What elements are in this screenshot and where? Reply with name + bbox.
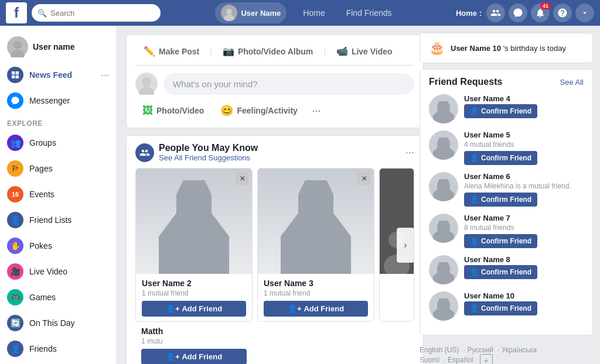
news-feed-options[interactable]: ··· <box>101 69 110 81</box>
make-post-tab[interactable]: ✏️ Make Post <box>135 42 207 60</box>
photo-video-action-icon: 🖼 <box>142 105 153 117</box>
sidebar-item-pokes[interactable]: ✋ Pokes <box>0 233 117 259</box>
pymk-title: People You May Know <box>159 143 258 153</box>
pymk-card-2-info: Matth 1 mutu 👤+ Add Friend <box>135 322 253 364</box>
fr-silhouette-5 <box>433 298 454 321</box>
nav-find-friends-link[interactable]: Find Friends <box>342 6 397 20</box>
sidebar-user-avatar <box>7 36 28 57</box>
fr-name-3: User Name 7 <box>464 214 584 222</box>
fr-name-4: User Name 8 <box>464 255 584 264</box>
sidebar-item-create-frame[interactable]: 🖼 Create a Frame <box>0 362 117 364</box>
fr-name-2: User Name 6 <box>464 172 584 181</box>
pymk-silhouette-bg-1 <box>258 169 374 274</box>
footer-suomi[interactable]: Suomi <box>420 356 439 364</box>
pymk-title-row: People You May Know See All Friend Sugge… <box>135 143 258 162</box>
fr-info-2: User Name 6 Alena Milekhina is a mutual … <box>464 172 584 207</box>
fr-avatar-1 <box>429 131 458 160</box>
sidebar-item-groups[interactable]: 👥 Groups <box>0 130 117 156</box>
post-input[interactable]: What's on your mind? <box>163 73 414 95</box>
footer-espanol[interactable]: Español <box>448 356 473 364</box>
pymk-silhouette-bg-0 <box>136 169 252 274</box>
messenger-icon[interactable] <box>509 4 527 22</box>
pymk-header: People You May Know See All Friend Sugge… <box>135 143 414 162</box>
fr-confirm-btn-1[interactable]: 👤 Confirm Friend <box>464 151 537 165</box>
confirm-icon-5: 👤 <box>470 304 479 313</box>
nav-user-chip[interactable]: User Name <box>215 2 287 23</box>
fr-item-0: User Name 4 👤 Confirm Friend <box>429 94 584 123</box>
pymk-close-1[interactable]: ✕ <box>357 172 370 185</box>
sidebar-item-pages[interactable]: 🏳 Pages <box>0 156 117 181</box>
make-post-icon: ✏️ <box>144 46 155 57</box>
fb-logo[interactable]: f <box>6 2 27 23</box>
pymk-cards: ✕ User Name 2 1 mutual friend 👤+ Add Fri… <box>135 168 414 322</box>
sidebar-item-messenger[interactable]: Messenger <box>0 88 117 114</box>
footer-russian[interactable]: Русский <box>467 346 493 354</box>
pymk-icon <box>135 143 154 162</box>
photo-video-btn[interactable]: 🖼 Photo/Video <box>135 101 211 121</box>
fr-confirm-btn-5[interactable]: 👤 Confirm Friend <box>464 301 537 315</box>
sidebar-item-friend-lists[interactable]: 👤 Friend Lists <box>0 207 117 233</box>
groups-icon: 👥 <box>7 135 23 151</box>
search-input[interactable] <box>50 9 155 18</box>
nav-center: User Name Home Find Friends <box>161 2 451 23</box>
pymk-card-img-0: ✕ <box>136 169 252 274</box>
fr-item-2: User Name 6 Alena Milekhina is a mutual … <box>429 172 584 207</box>
pymk-add-btn-2[interactable]: 👤+ Add Friend <box>141 349 247 364</box>
fr-confirm-btn-0[interactable]: 👤 Confirm Friend <box>464 104 537 118</box>
add-language-btn[interactable]: + <box>480 354 493 364</box>
help-icon[interactable] <box>553 4 572 22</box>
top-nav: f 🔍 User Name Home Find Friends Home : 4… <box>0 0 600 26</box>
pymk-nav-next[interactable]: › <box>397 228 414 263</box>
fr-see-all[interactable]: See All <box>560 78 584 87</box>
pymk-card-mutual-2: 1 mutu <box>141 337 247 345</box>
sidebar-item-on-this-day[interactable]: 🔄 On This Day <box>0 310 117 336</box>
fr-avatar-3 <box>429 214 458 243</box>
friend-requests-icon[interactable] <box>486 4 505 22</box>
pymk-see-all[interactable]: See All Friend Suggestions <box>159 153 258 162</box>
fr-confirm-btn-2[interactable]: 👤 Confirm Friend <box>464 193 537 207</box>
feeling-activity-btn[interactable]: 😊 Feeling/Activity <box>213 101 304 121</box>
svg-point-5 <box>139 87 154 95</box>
silhouette-0 <box>159 180 229 274</box>
fr-confirm-btn-3[interactable]: 👤 Confirm Friend <box>464 234 537 248</box>
notifications-icon[interactable]: 41 <box>531 4 550 22</box>
footer-english[interactable]: English (US) <box>420 346 459 354</box>
nav-home-link[interactable]: Home <box>298 6 329 20</box>
pymk-card-mutual-0: 1 mutual friend <box>142 289 246 297</box>
pymk-add-btn-1[interactable]: 👤+ Add Friend <box>264 301 368 317</box>
fr-name-1: User Name 5 <box>464 131 584 139</box>
account-menu-icon[interactable] <box>575 4 594 22</box>
sidebar-user[interactable]: User name <box>0 32 117 62</box>
footer-ukrainian[interactable]: Українська <box>502 346 537 354</box>
search-icon: 🔍 <box>38 9 47 18</box>
sidebar-item-news-feed[interactable]: News Feed ··· <box>0 62 117 88</box>
confirm-icon-3: 👤 <box>470 237 479 245</box>
silhouette-1 <box>281 180 351 274</box>
pages-label: Pages <box>29 164 53 173</box>
sidebar-item-events[interactable]: 16 Events <box>0 181 117 207</box>
pymk-close-0[interactable]: ✕ <box>236 172 248 185</box>
fr-silhouette-2 <box>433 179 454 201</box>
post-more-options[interactable]: ··· <box>307 101 326 120</box>
sidebar-item-live-video[interactable]: 🎥 Live Video <box>0 259 117 284</box>
sidebar-item-friends[interactable]: 👤 Friends <box>0 336 117 362</box>
svg-point-2 <box>13 41 22 49</box>
post-user-avatar <box>135 73 158 95</box>
pymk-card-info-1: User Name 3 1 mutual friend 👤+ Add Frien… <box>258 274 374 321</box>
pymk-add-btn-0[interactable]: 👤+ Add Friend <box>142 301 246 317</box>
pymk-card-name-2: Matth <box>141 327 247 336</box>
post-box: ✏️ Make Post | 📷 Photo/Video Album | 📹 L… <box>126 35 424 128</box>
fr-mutual-1: 4 mutual friends <box>464 140 584 149</box>
events-label: Events <box>29 190 54 199</box>
live-video-tab[interactable]: 📹 Live Video <box>328 42 401 60</box>
birthday-text: User Name 10 's birthday is today <box>451 44 566 53</box>
fr-confirm-btn-4[interactable]: 👤 Confirm Friend <box>464 265 537 279</box>
photo-video-album-tab[interactable]: 📷 Photo/Video Album <box>214 42 321 60</box>
nav-right-icons: 41 <box>486 4 594 22</box>
fr-info-5: User Name 10 👤 Confirm Friend <box>464 291 584 315</box>
messenger-sidebar-icon <box>7 92 23 109</box>
sidebar-item-games[interactable]: 🎮 Games <box>0 284 117 310</box>
pymk-card-name-1: User Name 3 <box>264 279 368 288</box>
pymk-card-0: ✕ User Name 2 1 mutual friend 👤+ Add Fri… <box>135 168 253 322</box>
confirm-icon-2: 👤 <box>470 195 479 204</box>
